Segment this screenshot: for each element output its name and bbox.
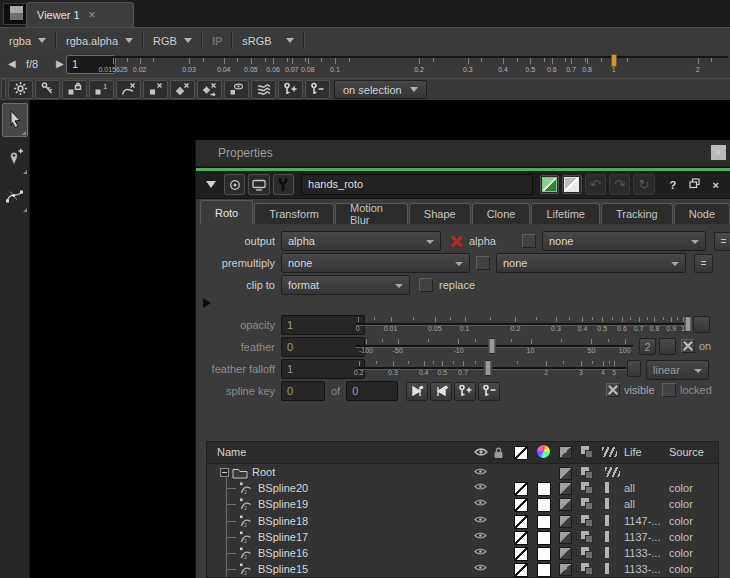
visibility-column-icon[interactable] xyxy=(474,447,488,457)
visibility-toggle[interactable] xyxy=(474,498,487,507)
shape-lock-button[interactable] xyxy=(62,80,87,99)
autokey-button[interactable] xyxy=(35,80,60,99)
falloff-type-dropdown[interactable]: linear xyxy=(646,360,709,380)
visibility-toggle[interactable] xyxy=(474,531,487,540)
locked-checkbox[interactable] xyxy=(662,383,676,397)
feather-slider[interactable]: -100-50-1001050100 xyxy=(356,336,633,356)
select-tool[interactable] xyxy=(2,103,28,137)
gain-ruler[interactable]: 0.0156250.020.030.040.050.060.070.080.10… xyxy=(110,52,728,78)
pane-menu-icon[interactable] xyxy=(3,3,27,25)
life-bar[interactable] xyxy=(605,563,609,574)
motionblur-toggle[interactable] xyxy=(514,563,528,577)
center-node-button[interactable] xyxy=(224,174,245,195)
opacity-input[interactable]: 1 xyxy=(281,315,365,335)
remove-point-button[interactable] xyxy=(143,80,168,99)
redo-button[interactable]: ↷ xyxy=(609,174,630,195)
feather-falloff-input[interactable]: 1 xyxy=(281,359,365,379)
feather-on-checkbox[interactable] xyxy=(681,339,695,353)
display-mode-dropdown[interactable]: RGB xyxy=(144,35,201,47)
premult-mask-checkbox[interactable] xyxy=(476,256,490,270)
table-row-bspline20[interactable]: 3BSpline20allcolor xyxy=(207,480,718,496)
blendmode-column-icon[interactable] xyxy=(581,446,593,458)
color-swatch[interactable] xyxy=(537,515,551,529)
add-points-tool[interactable] xyxy=(2,141,28,175)
gl-color-button[interactable] xyxy=(562,175,582,194)
help-button[interactable]: ? xyxy=(664,179,682,191)
feather-falloff-slider[interactable]: 0.20.30.40.50.712345 xyxy=(356,358,626,378)
table-row-bspline15[interactable]: 3BSpline151133-...color xyxy=(207,561,718,577)
playhead-marker[interactable] xyxy=(611,54,617,67)
disclosure-triangle[interactable] xyxy=(203,298,211,308)
color-swatch[interactable] xyxy=(537,547,551,561)
table-row-root[interactable]: Root xyxy=(207,464,718,480)
blendmode-toggle[interactable] xyxy=(581,467,593,479)
tab-viewer1[interactable]: Viewer 1 × xyxy=(26,2,134,27)
falloff-anim-button[interactable] xyxy=(627,360,641,377)
invert-column-icon[interactable] xyxy=(602,447,617,457)
tab-node[interactable]: Node xyxy=(674,203,730,224)
float-window-button[interactable] xyxy=(685,178,703,191)
revert-button[interactable]: ↻ xyxy=(633,174,654,195)
tab-lifetime[interactable]: Lifetime xyxy=(531,203,600,224)
gradient-toggle[interactable] xyxy=(559,563,572,576)
life-column-header[interactable]: Life xyxy=(624,446,642,458)
spline-key-input[interactable]: 0 xyxy=(281,381,325,401)
slider-handle[interactable] xyxy=(488,338,495,354)
opacity-slider[interactable]: 00.010.050.10.20.30.40.50.60.70.80.91 xyxy=(356,314,691,334)
table-row-bspline16[interactable]: 3BSpline161133-...color xyxy=(207,545,718,561)
node-color-button[interactable] xyxy=(540,175,560,194)
table-row-bspline19[interactable]: 3BSpline19allcolor xyxy=(207,496,718,512)
tab-roto[interactable]: Roto xyxy=(200,200,253,224)
close-node-button[interactable]: × xyxy=(707,179,725,191)
premultiply-equals-button[interactable]: = xyxy=(694,254,713,273)
visibility-toggle[interactable] xyxy=(474,515,487,524)
table-row-bspline17[interactable]: 3BSpline171137-...color xyxy=(207,529,718,545)
premult-mask-dropdown[interactable]: none xyxy=(496,253,686,273)
alpha-channel-dropdown[interactable]: rgba.alpha xyxy=(57,35,142,47)
visibility-toggle[interactable] xyxy=(474,482,487,491)
motionblur-toggle[interactable] xyxy=(514,531,528,545)
gain-next-button[interactable]: ▶ xyxy=(56,58,64,69)
color-swatch[interactable] xyxy=(537,498,551,512)
source-column-header[interactable]: Source xyxy=(669,446,704,458)
gradient-column-icon[interactable] xyxy=(559,446,572,459)
blendmode-toggle[interactable] xyxy=(581,515,593,527)
remove-key-button[interactable] xyxy=(478,382,500,401)
color-swatch[interactable] xyxy=(537,563,551,577)
color-column-icon[interactable] xyxy=(537,445,550,458)
tab-transform[interactable]: Transform xyxy=(254,203,334,224)
opacity-anim-button[interactable] xyxy=(693,316,710,333)
tab-close-icon[interactable]: × xyxy=(89,10,96,20)
output-equals-button[interactable]: = xyxy=(714,232,730,251)
clip-to-dropdown[interactable]: format xyxy=(281,275,410,295)
settings-button[interactable] xyxy=(273,174,294,195)
gradient-toggle[interactable] xyxy=(559,467,572,480)
visibility-toggle[interactable] xyxy=(474,467,487,476)
feather-input[interactable]: 0 xyxy=(281,337,365,357)
life-bar[interactable] xyxy=(605,498,609,509)
node-menu-icon[interactable] xyxy=(206,181,216,188)
gradient-toggle[interactable] xyxy=(559,515,572,528)
table-row-bspline18[interactable]: 3BSpline181147-...color xyxy=(207,513,718,529)
feather-link-button[interactable]: 2 xyxy=(639,338,656,355)
next-key-button[interactable] xyxy=(430,382,452,401)
life-bar[interactable] xyxy=(605,547,609,558)
gain-label[interactable]: f/8 xyxy=(26,58,38,70)
key-remove-button[interactable] xyxy=(305,80,330,99)
panel-close-button[interactable]: × xyxy=(711,145,726,160)
blendmode-toggle[interactable] xyxy=(581,531,593,543)
blendmode-toggle[interactable] xyxy=(581,482,593,494)
blendmode-toggle[interactable] xyxy=(581,498,593,510)
key-add-button[interactable] xyxy=(278,80,303,99)
life-bar[interactable] xyxy=(605,531,609,542)
motionblur-toggle[interactable] xyxy=(514,547,528,561)
premultiply-dropdown[interactable]: none xyxy=(281,253,470,273)
color-swatch[interactable] xyxy=(537,531,551,545)
life-bar[interactable] xyxy=(605,515,609,526)
bezier-tool[interactable] xyxy=(2,179,28,213)
shape-visibility-button[interactable] xyxy=(224,80,249,99)
replace-checkbox[interactable] xyxy=(419,278,433,292)
visibility-toggle[interactable] xyxy=(474,563,487,572)
invert-toggle[interactable] xyxy=(605,467,620,477)
node-name-input[interactable]: hands_roto xyxy=(301,174,533,195)
